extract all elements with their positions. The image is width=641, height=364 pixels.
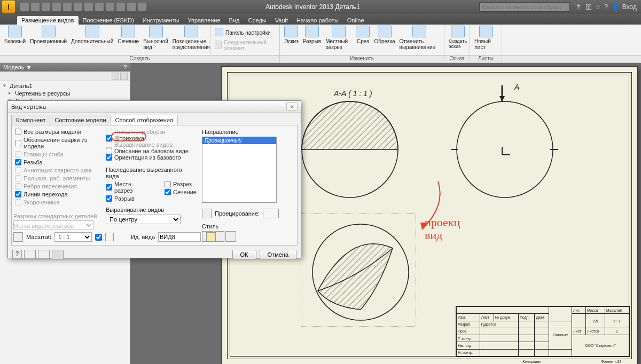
option-checkbox[interactable]: Описание на базовом виде xyxy=(106,148,197,154)
projection-icon[interactable] xyxy=(263,209,279,218)
svg-marker-8 xyxy=(499,96,505,101)
qat-btn[interactable] xyxy=(95,3,104,11)
link-icon[interactable] xyxy=(105,233,114,241)
option-checkbox[interactable]: Ребра пересечения xyxy=(15,183,100,189)
tab-tools[interactable]: Инструменты xyxy=(138,16,184,25)
browser-tool[interactable] xyxy=(120,73,128,80)
option-checkbox[interactable]: Выравнивание видов xyxy=(106,141,197,148)
help-icon[interactable]: ? xyxy=(123,64,127,70)
tree-root[interactable]: Деталь1 xyxy=(2,82,128,90)
option-checkbox[interactable]: Укороченные xyxy=(15,199,100,205)
slice-button[interactable]: Срез xyxy=(354,26,372,44)
new-sketch-button[interactable]: Создать эскиз xyxy=(447,26,469,49)
qat-btn[interactable] xyxy=(84,3,93,11)
inherit-checkbox[interactable]: Разрез xyxy=(165,181,197,187)
std-parts-select[interactable] xyxy=(13,220,93,230)
option-checkbox[interactable]: Ориентация из базового xyxy=(106,154,197,161)
direction-listbox[interactable]: Проекционный xyxy=(202,137,277,203)
qat-btn[interactable] xyxy=(42,3,50,11)
help-icon[interactable]: ? xyxy=(604,3,608,11)
inherit-checkbox[interactable]: Сечение xyxy=(165,189,197,195)
tab-online[interactable]: Online xyxy=(343,16,369,25)
new-sheet-button[interactable]: Новый лист xyxy=(472,26,499,50)
option-checkbox[interactable]: Все размеры модели xyxy=(15,129,100,135)
toggle-button[interactable] xyxy=(202,209,212,218)
options-column-2: Показ.напр.сборкиШтриховкаВыравнивание в… xyxy=(106,129,197,242)
scale-select[interactable]: 1 : 1 xyxy=(54,232,92,242)
qat-btn[interactable] xyxy=(52,3,61,11)
footer-btn[interactable] xyxy=(38,250,50,259)
dialog-tab-display[interactable]: Способ отображения xyxy=(111,115,178,125)
tree-node[interactable]: Чертежные ресурсы xyxy=(7,90,128,97)
connector-element-button[interactable]: Соединительный элемент xyxy=(213,39,277,51)
tab-manage[interactable]: Управление xyxy=(183,16,224,25)
footer-btn[interactable] xyxy=(52,250,64,259)
qat-btn[interactable] xyxy=(31,3,40,11)
tab-view[interactable]: Вид xyxy=(225,16,244,25)
login-link[interactable]: Вход xyxy=(622,3,637,11)
tab-annotation[interactable]: Пояснение (ESKD) xyxy=(79,16,138,25)
toggle-button[interactable] xyxy=(13,232,23,242)
base-view-button[interactable]: Базовый xyxy=(2,26,28,44)
qat-btn[interactable] xyxy=(63,3,72,11)
option-checkbox[interactable]: Резьба xyxy=(15,159,100,165)
quick-access-toolbar xyxy=(20,3,146,11)
edit-icon[interactable] xyxy=(206,232,216,242)
annotation-text: проекц вид xyxy=(425,216,478,242)
dialog-title-bar[interactable]: Вид чертежа ✕ xyxy=(8,101,301,113)
tab-place-views[interactable]: Размещение видов xyxy=(17,16,79,25)
tab-vault[interactable]: Vault xyxy=(271,16,292,25)
option-checkbox[interactable]: Пользов. раб. элементы xyxy=(15,175,100,181)
star-icon[interactable]: ☆ xyxy=(595,3,601,11)
qat-btn[interactable] xyxy=(116,3,125,11)
inherit-checkbox[interactable]: Разрыв xyxy=(106,195,152,202)
drawing-view-dialog: Вид чертежа ✕ Компонент Состояние модели… xyxy=(7,100,301,258)
user-icon[interactable]: 👤 xyxy=(611,3,619,11)
align-select[interactable]: По центру xyxy=(106,215,181,224)
qat-btn[interactable] xyxy=(20,3,29,11)
crop-button[interactable]: Обрезка xyxy=(372,26,397,44)
ribbon: Базовый Проекционный Дополнительный Сече… xyxy=(0,25,641,56)
positional-views-button[interactable]: Позиционные представления xyxy=(170,26,212,50)
sketch-button[interactable]: Эскиз xyxy=(282,26,301,44)
section-view-button[interactable]: Сечение xyxy=(115,26,141,44)
qat-btn[interactable] xyxy=(106,3,114,11)
view-id-input[interactable] xyxy=(158,232,201,242)
browser-header[interactable]: Модель ▼? xyxy=(0,63,130,72)
group-label-create: Создать xyxy=(0,56,280,62)
projected-view-button[interactable]: Проекционный xyxy=(28,26,69,44)
inherit-checkbox[interactable]: Местн. разрез xyxy=(106,181,152,194)
unalign-button[interactable]: Отменить выравнивание xyxy=(397,26,442,50)
tab-environments[interactable]: Среды xyxy=(244,16,271,25)
option-checkbox[interactable]: Обозначения сварки из модели xyxy=(15,137,100,149)
option-checkbox[interactable]: Границы сгиба xyxy=(15,151,100,157)
section-line xyxy=(494,83,510,104)
qat-btn[interactable] xyxy=(127,3,136,11)
app-icon[interactable]: I xyxy=(2,1,15,13)
help-icon[interactable]: ? xyxy=(12,250,22,259)
option-checkbox[interactable]: Линии перехода xyxy=(15,191,100,197)
break-button[interactable]: Разрыв xyxy=(301,26,323,44)
title-bar: I Autodesk Inventor 2013 Деталь1 🔭 ⚿ ☆ ?… xyxy=(0,0,641,14)
panel-settings-button[interactable]: Панель настройки xyxy=(213,28,273,37)
dialog-tab-model-state[interactable]: Состояние модели xyxy=(50,115,111,125)
dialog-tab-component[interactable]: Компонент xyxy=(11,115,50,125)
close-icon[interactable]: ✕ xyxy=(286,102,298,110)
qat-btn[interactable] xyxy=(138,3,146,11)
qat-btn[interactable] xyxy=(74,3,82,11)
cancel-button[interactable]: Отмена xyxy=(260,250,296,259)
detail-view-button[interactable]: Выносной вид xyxy=(141,26,170,50)
search-input[interactable] xyxy=(479,2,570,12)
direction-selected[interactable]: Проекционный xyxy=(202,137,276,144)
browser-tool[interactable] xyxy=(112,73,119,80)
footer-btn[interactable] xyxy=(24,250,36,259)
group-label-edit: Изменить xyxy=(280,56,444,62)
tab-get-started[interactable]: Начало работы xyxy=(292,16,343,25)
scale-link-checkbox[interactable] xyxy=(95,234,102,241)
local-section-button[interactable]: Местный разрез xyxy=(323,26,354,50)
auxiliary-view-button[interactable]: Дополнительный xyxy=(69,26,115,44)
ok-button[interactable]: ОК xyxy=(232,250,256,259)
option-checkbox[interactable]: Аннотация сварного шва xyxy=(15,167,100,173)
binoculars-icon[interactable]: 🔭 xyxy=(574,3,582,11)
key-icon[interactable]: ⚿ xyxy=(585,3,592,11)
